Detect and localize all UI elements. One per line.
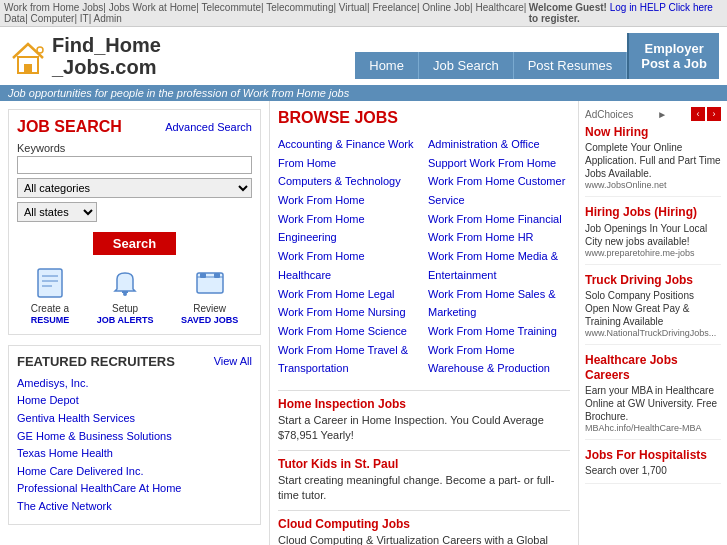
featured-job-desc-2: Cloud Computing & Virtualization Careers…	[278, 533, 570, 546]
tnl-healthcare[interactable]: Healthcare	[475, 2, 523, 13]
login-link[interactable]: Log in	[610, 2, 637, 13]
ad-title-0[interactable]: Now Hiring	[585, 125, 721, 139]
ad-choices-label: AdChoices	[585, 109, 633, 120]
featured-job-0: Home Inspection Jobs Start a Career in H…	[278, 390, 570, 450]
ad-text-4: Search over 1,700	[585, 464, 721, 477]
browse-r1[interactable]: Work From Home Customer Service	[428, 172, 570, 209]
recruiter-2[interactable]: Gentiva Health Services	[17, 410, 252, 428]
recruiter-1[interactable]: Home Depot	[17, 392, 252, 410]
saved-jobs-label: Review SAVED JOBS	[181, 303, 238, 326]
browse-7[interactable]: Work From Home Science	[278, 322, 420, 341]
recruiter-5[interactable]: Home Care Delivered Inc.	[17, 463, 252, 481]
ad-title-1[interactable]: Hiring Jobs (Hiring)	[585, 205, 721, 219]
featured-job-2: Cloud Computing Jobs Cloud Computing & V…	[278, 510, 570, 546]
browse-6[interactable]: Work From Home Nursing	[278, 303, 420, 322]
tnl-virtual[interactable]: Virtual	[339, 2, 367, 13]
state-select[interactable]: All states	[17, 202, 97, 222]
nav-post-resumes[interactable]: Post Resumes	[514, 52, 628, 79]
tnl-admin[interactable]: Admin	[94, 13, 122, 24]
tnl-work-at-home[interactable]: Jobs Work at Home	[109, 2, 197, 13]
svg-point-8	[123, 292, 127, 296]
ad-url-2: www.NationalTruckDrivingJobs...	[585, 328, 721, 338]
resume-icon	[32, 265, 68, 301]
featured-job-title-2[interactable]: Cloud Computing Jobs	[278, 517, 410, 531]
recruiter-4[interactable]: Texas Home Health	[17, 445, 252, 463]
job-search-heading: JOB SEARCH	[17, 118, 122, 136]
ad-text-0: Complete Your Online Application. Full a…	[585, 141, 721, 180]
browse-r5[interactable]: Work From Home Sales & Marketing	[428, 285, 570, 322]
ad-prev-button[interactable]: ‹	[691, 107, 705, 121]
recruiter-0[interactable]: Amedisys, Inc.	[17, 375, 252, 393]
svg-point-2	[37, 47, 43, 53]
keywords-input[interactable]	[17, 156, 252, 174]
click-here-link[interactable]: Click here	[668, 2, 712, 13]
browse-5[interactable]: Work From Home Legal	[278, 285, 420, 304]
tnl-it[interactable]: IT	[80, 13, 89, 24]
browse-1[interactable]: Computers & Technology	[278, 172, 420, 191]
content: JOB SEARCH Advanced Search Keywords All …	[0, 101, 727, 545]
browse-r6[interactable]: Work From Home Training	[428, 322, 570, 341]
tnl-data[interactable]: Data	[4, 13, 25, 24]
nav-tabs: Home Job Search Post Resumes	[355, 52, 627, 79]
browse-r2[interactable]: Work From Home Financial	[428, 210, 570, 229]
ad-title-2[interactable]: Truck Driving Jobs	[585, 273, 721, 287]
featured-jobs: Home Inspection Jobs Start a Career in H…	[278, 390, 570, 545]
featured-recruiters-header: FEATURED RECRUITERS View All	[17, 354, 252, 369]
recruiter-3[interactable]: GE Home & Business Solutions	[17, 428, 252, 446]
search-button[interactable]: Search	[93, 232, 176, 255]
review-saved-jobs-link[interactable]: Review SAVED JOBS	[181, 265, 238, 326]
browse-r3[interactable]: Work From Home HR	[428, 228, 570, 247]
featured-job-desc-1: Start creating meaningful change. Become…	[278, 473, 570, 504]
recruiter-7[interactable]: The Active Network	[17, 498, 252, 516]
view-all-recruiters-link[interactable]: View All	[214, 355, 252, 367]
top-nav-right: Welcome Guest! Log in HELP Click here to…	[529, 2, 723, 24]
employer-post-job-button[interactable]: Employer Post a Job	[627, 33, 719, 79]
featured-job-title-0[interactable]: Home Inspection Jobs	[278, 397, 406, 411]
logo[interactable]: Find_Home _Jobs.com	[8, 34, 161, 78]
nav-home[interactable]: Home	[355, 52, 419, 79]
ad-title-3[interactable]: Healthcare Jobs Careers	[585, 353, 721, 382]
ad-text-2: Solo Company Positions Open Now Great Pa…	[585, 289, 721, 328]
setup-alerts-link[interactable]: Setup JOB ALERTS	[97, 265, 154, 326]
ad-choices-bar: AdChoices ► ‹ ›	[585, 107, 721, 121]
right-panel: AdChoices ► ‹ › Now Hiring Complete Your…	[579, 101, 727, 545]
alerts-icon	[107, 265, 143, 301]
ad-nav: ‹ ›	[691, 107, 721, 121]
tnl-freelance[interactable]: Freelance	[372, 2, 416, 13]
browse-title: BROWSE JOBS	[278, 109, 570, 127]
browse-3[interactable]: Work From Home Engineering	[278, 210, 420, 247]
tnl-work-home[interactable]: Work from Home Jobs	[4, 2, 103, 13]
help-link[interactable]: HELP	[640, 2, 666, 13]
recruiter-6[interactable]: Professional HealthCare At Home	[17, 480, 252, 498]
ad-url-1: www.preparetohire.me-jobs	[585, 248, 721, 258]
tnl-online[interactable]: Online Job	[422, 2, 470, 13]
browse-col-1: Accounting & Finance Work From Home Comp…	[278, 135, 420, 378]
browse-8[interactable]: Work From Home Travel & Transportation	[278, 341, 420, 378]
advanced-search-link[interactable]: Advanced Search	[165, 121, 252, 133]
browse-grid: Accounting & Finance Work From Home Comp…	[278, 135, 570, 378]
saved-jobs-icon	[192, 265, 228, 301]
sub-header: Job opportunities for people in the prof…	[0, 85, 727, 101]
featured-job-1: Tutor Kids in St. Paul Start creating me…	[278, 450, 570, 510]
top-nav-links[interactable]: Work from Home Jobs| Jobs Work at Home| …	[4, 2, 529, 24]
browse-4[interactable]: Work From Home Healthcare	[278, 247, 420, 284]
ad-next-button[interactable]: ›	[707, 107, 721, 121]
browse-r4[interactable]: Work From Home Media & Entertainment	[428, 247, 570, 284]
browse-r0[interactable]: Administration & Office Support Work Fro…	[428, 135, 570, 172]
tnl-telecommute[interactable]: Telecommute	[202, 2, 261, 13]
tnl-telecommuting[interactable]: Telecommuting	[266, 2, 333, 13]
create-resume-link[interactable]: Create a RESUME	[31, 265, 70, 326]
ad-title-4[interactable]: Jobs For Hospitalists	[585, 448, 721, 462]
logo-icon	[8, 36, 48, 76]
featured-recruiters-box: FEATURED RECRUITERS View All Amedisys, I…	[8, 345, 261, 525]
nav-job-search[interactable]: Job Search	[419, 52, 514, 79]
main-nav: Home Job Search Post Resumes Employer Po…	[355, 33, 719, 79]
browse-r7[interactable]: Work From Home Warehouse & Production	[428, 341, 570, 378]
featured-job-title-1[interactable]: Tutor Kids in St. Paul	[278, 457, 398, 471]
browse-2[interactable]: Work From Home	[278, 191, 420, 210]
featured-job-desc-0: Start a Career in Home Inspection. You C…	[278, 413, 570, 444]
browse-0[interactable]: Accounting & Finance Work From Home	[278, 135, 420, 172]
middle-panel: BROWSE JOBS Accounting & Finance Work Fr…	[270, 101, 579, 545]
category-select[interactable]: All categories	[17, 178, 252, 198]
tnl-computer[interactable]: Computer	[31, 13, 75, 24]
